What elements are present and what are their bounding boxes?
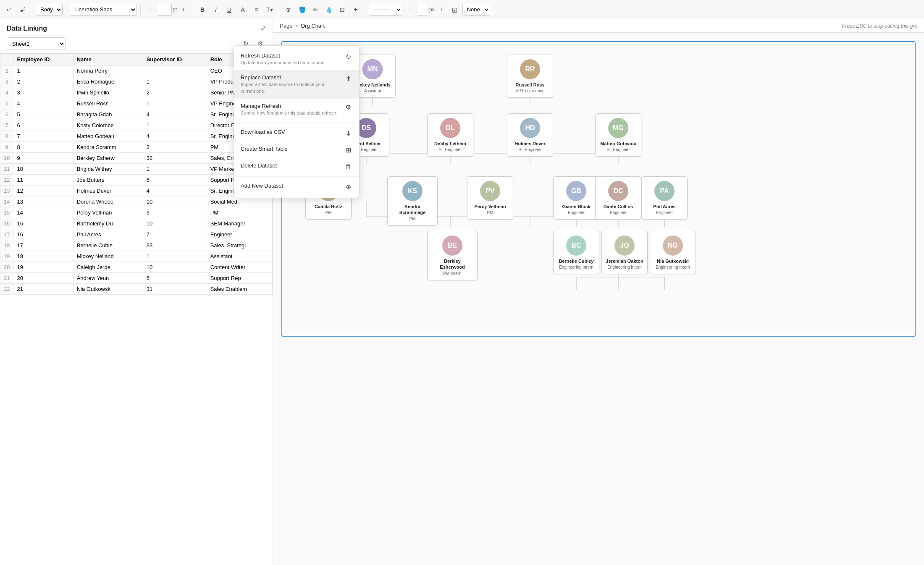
dropdown-manage-desc: Control how frequently this data should … [241,110,339,116]
table-icon: ⊞ [344,146,352,154]
dropdown-item-download[interactable]: Download as CSV ⬇ [234,125,359,141]
add-circle-icon: ⊕ [344,183,352,191]
gear-icon: ⚙ [344,103,352,111]
dropdown-download-title: Download as CSV [241,129,339,135]
dropdown-item-manage-content: Manage Refresh Control how frequently th… [241,103,339,116]
dropdown-manage-title: Manage Refresh [241,103,339,109]
dropdown-delete-title: Delete Dataset [241,162,339,169]
refresh-icon: ↻ [344,53,352,61]
dropdown-refresh-desc: Update from your connected data source. [241,60,339,66]
dropdown-overlay[interactable] [0,0,924,565]
dropdown-sep-1 [234,123,359,123]
dropdown-replace-desc: Import a new data source to replace your… [241,81,339,94]
upload-icon: ⬆ [344,75,352,83]
dropdown-item-delete-content: Delete Dataset [241,162,339,169]
download-icon: ⬇ [344,129,352,137]
dropdown-item-refresh-content: Refresh Dataset Update from your connect… [241,52,339,66]
dropdown-item-refresh[interactable]: Refresh Dataset Update from your connect… [234,48,359,70]
dropdown-sep-2 [234,176,359,177]
dropdown-item-replace-content: Replace Dataset Import a new data source… [241,74,339,94]
dropdown-item-smart-table-content: Create Smart Table [241,146,339,152]
dropdown-menu: Refresh Dataset Update from your connect… [234,45,360,198]
dropdown-refresh-title: Refresh Dataset [241,52,339,59]
dropdown-item-delete[interactable]: Delete Dataset 🗑 [234,158,359,175]
dropdown-item-smart-table[interactable]: Create Smart Table ⊞ [234,141,359,158]
dropdown-smart-table-title: Create Smart Table [241,146,339,152]
dropdown-replace-title: Replace Dataset [241,74,339,81]
dropdown-item-download-content: Download as CSV [241,129,339,135]
dropdown-item-add[interactable]: Add New Dataset ⊕ [234,178,359,195]
dropdown-add-title: Add New Dataset [241,183,339,189]
trash-icon: 🗑 [344,163,352,170]
dropdown-item-replace[interactable]: Replace Dataset Import a new data source… [234,70,359,99]
dropdown-item-add-content: Add New Dataset [241,183,339,189]
dropdown-item-manage[interactable]: Manage Refresh Control how frequently th… [234,99,359,120]
